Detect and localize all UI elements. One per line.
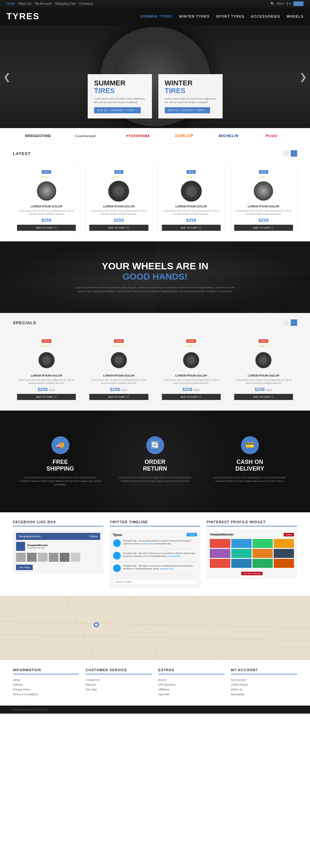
map-background [0,596,310,660]
product-desc: Lorem ipsum dolor sit amet conse adipisc… [234,378,293,385]
footer-link-newsletter[interactable]: Newsletter [231,693,297,696]
brand-logos: BRIDGESTONE Continental ✦YOKOHAMA DUNLOP… [0,128,310,144]
brand-michelin[interactable]: MICHELIN [219,132,241,139]
product-card: NEW! ★★★☆☆ LOREM IPSUM DOLOR Lorem ipsum… [230,164,297,235]
cart-button[interactable]: 🛒 0 [293,1,304,6]
add-to-cart-button[interactable]: ADD TO CART 🛒 [162,394,221,400]
nav-winter-tyres[interactable]: WINTER TYRES [179,14,209,18]
footer-link-brand[interactable]: Brand [158,678,225,682]
footer-link-my-account[interactable]: My Account [231,678,297,682]
footer-link-order-history[interactable]: Order History [231,683,297,686]
footer-link-privacy[interactable]: Privacy Policy [13,688,79,691]
svg-text:Pirelli: Pirelli [266,134,278,138]
brand-bridgestone[interactable]: BRIDGESTONE [25,132,51,139]
facebook-like-btn[interactable]: Like Page [16,565,33,570]
add-to-cart-button[interactable]: ADD TO CART 🛒 [17,225,76,231]
product-stars: ★★★☆☆ [17,176,76,179]
language-selector[interactable]: EN ▾ [277,2,284,5]
product-image [177,349,205,371]
winter-cta[interactable]: SEE ALL WINTER TYRES › [165,107,210,113]
add-to-cart-button[interactable]: ADD TO CART 🛒 [162,225,221,231]
latest-prev[interactable]: ‹ [283,150,289,157]
slider-next[interactable]: ❯ [300,71,307,82]
dark-title-2: GOOD HANDS! [13,272,297,282]
footer-link-contact[interactable]: Contact Us [85,678,152,682]
footer-link-affiliates[interactable]: Affiliates [158,688,225,691]
fb-thumb-2 [27,553,37,562]
footer-link-about[interactable]: About [13,678,79,682]
nav-wheels[interactable]: WHEELS [286,14,304,18]
nav-summer-tyres[interactable]: SUMMER TYRES [140,14,172,18]
fb-thumb-3 [38,553,48,562]
product-price: $258 $287 [89,387,148,392]
topbar-home[interactable]: Home [6,2,15,5]
facebook-follow[interactable]: Follow [89,535,98,538]
topbar-account[interactable]: My Account [35,2,52,5]
product-image [32,180,61,202]
product-title: LOREM IPSUM DOLOR [89,374,148,377]
add-to-cart-button[interactable]: ADD TO CART 🛒 [17,394,76,400]
latest-title: LATEST [13,151,31,156]
twitter-follow-btn[interactable]: Follow [187,533,197,536]
top-bar-right: 🔍 EN ▾ $ ▾ 🛒 0 [271,1,304,6]
topbar-checkout[interactable]: Checkout [79,2,92,5]
footer-link-returns[interactable]: Returns [85,683,152,686]
specials-next[interactable]: › [291,319,297,326]
footer-link-wish-list[interactable]: Wish List [231,688,297,691]
footer-link-delivery[interactable]: Delivery [13,683,79,686]
footer-link-vouchers[interactable]: Gift Vouchers [158,683,225,686]
product-badge: SALE! [114,339,124,343]
pinterest-see-btn[interactable]: See the Pinterest [241,572,262,575]
brand-continental[interactable]: Continental [75,132,101,139]
fb-thumb-6 [71,553,80,562]
summer-title: SUMMERTIRES [94,79,145,95]
topbar-cart[interactable]: Shopping Cart [55,2,76,5]
pinterest-follow-btn[interactable]: Follow [284,533,294,536]
footer-col-title-my-account: MY ACCOUNT [231,668,297,675]
return-icon: 🔄 [146,436,164,454]
twitter-box: Tyres Follow Template.help - We provide … [110,530,200,588]
product-price: $258 $287 [162,387,221,392]
tweet-link-1[interactable]: template.help [140,542,153,545]
add-to-cart-button[interactable]: ADD TO CART 🛒 [234,394,293,400]
currency-selector[interactable]: $ ▾ [286,2,290,5]
specials-prev[interactable]: ‹ [283,319,289,326]
logo[interactable]: TYRES [6,11,39,22]
product-stars: ★★★☆☆ [89,345,148,348]
nav-accessories[interactable]: ACCESSORIES [251,14,280,18]
twitter-search[interactable] [113,579,197,585]
add-to-cart-button[interactable]: ADD TO CART 🛒 [234,225,293,231]
feature-desc-return: Lorem ipsum dolor sit amet conse adipisc… [114,476,196,483]
brand-pirelli[interactable]: Pirelli [266,132,285,139]
summer-cta[interactable]: SEE ALL SUMMER TYRES › [94,107,141,113]
tweet-2: Template.help - We want to thank you for… [113,552,197,562]
search-icon[interactable]: 🔍 [271,2,274,5]
hero-card-summer: SUMMERTIRES Lorem ipsum dolor sit amet c… [88,74,152,119]
tweet-link-2[interactable]: template.help [167,555,180,557]
add-to-cart-button[interactable]: ADD TO CART 🛒 [89,225,148,231]
hero-slider: ❮ ❯ SUMMERTIRES Lorem ipsum dolor sit am… [0,25,310,128]
footer-link-specials[interactable]: Specials [158,693,225,696]
footer-link-sitemap[interactable]: Site Map [85,688,152,691]
copyright: Powered by OpenCart. © 2013 [13,708,48,711]
svg-point-16 [95,623,98,626]
slider-prev[interactable]: ❮ [3,71,10,82]
tweet-link-3[interactable]: template.help [160,567,173,570]
fb-thumb-4 [49,553,58,562]
latest-next[interactable]: › [291,150,297,157]
footer-link-terms[interactable]: Terms & Conditions [13,693,79,696]
footer-col-information: INFORMATION About Delivery Privacy Polic… [13,668,79,698]
topbar-wishlist[interactable]: Wish List [18,2,31,5]
latest-section: LATEST ‹ › NEW! ★★★☆☆ LOREM IPSUM DOLOR … [0,144,310,241]
nav-sport-tyres[interactable]: SPORT TYRES [216,14,245,18]
feature-title-cash: CASH ONDELIVERY [209,459,291,472]
brand-yokohama[interactable]: ✦YOKOHAMA [125,132,151,139]
product-stars: ★★★☆☆ [17,345,76,348]
facebook-thumbnails [16,553,100,562]
add-to-cart-button[interactable]: ADD TO CART 🛒 [89,394,148,400]
product-stars: ★★★☆☆ [234,176,293,179]
product-badge: NEW! [187,170,196,174]
brand-dunlop[interactable]: DUNLOP [175,132,194,139]
tweet-1: Template.help - We provide excellent cus… [113,539,197,549]
special-card: SALE! ★★★☆☆ LOREM IPSUM DOLOR Lorem ipsu… [230,333,297,404]
